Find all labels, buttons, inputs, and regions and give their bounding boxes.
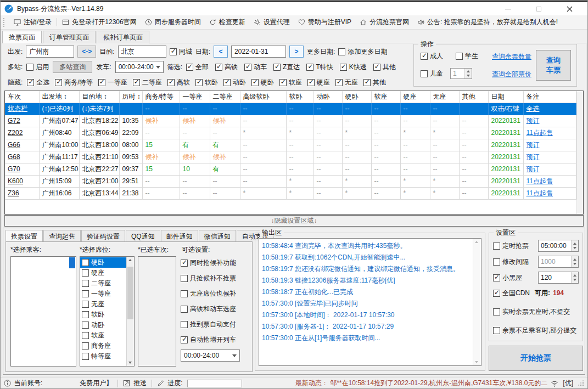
checkbox[interactable] [181,321,188,328]
grab-option-checkbox[interactable]: 抢到票自动支付 [181,320,236,329]
checkbox[interactable] [493,327,500,334]
output-scrollbar[interactable] [473,239,481,365]
checkbox[interactable] [181,290,188,297]
checkbox[interactable] [335,79,343,86]
toolbar-item-4[interactable]: 检查更新 [209,18,245,27]
column-header[interactable]: 硬卧 [342,91,371,103]
hide-seat-checkbox[interactable]: 硬座 [307,78,330,87]
checkbox[interactable] [306,64,313,71]
toolbar-item-2[interactable]: 免登录打开12306官网 [62,18,136,27]
train-type-checkbox[interactable]: 全部 [186,63,209,72]
booking-link[interactable]: 11点起售 [523,175,576,187]
swap-stations-button[interactable]: <-> [77,46,96,58]
push-label[interactable]: 推送 [133,379,147,388]
table-scrollbar[interactable] [576,91,583,214]
checkbox[interactable] [82,269,89,277]
seat-option[interactable]: 二等座 [80,278,126,289]
column-header[interactable]: 商务/特等 [142,91,180,103]
checkbox[interactable] [82,280,89,287]
checkbox[interactable] [338,48,345,55]
toolbar-grip[interactable] [3,18,5,27]
train-number-link[interactable]: G66 [5,139,39,151]
booking-link[interactable]: 预订 [523,163,576,175]
column-header[interactable]: 日期 [488,91,523,103]
hide-seat-checkbox[interactable]: 软座 [279,78,302,87]
checkbox[interactable] [493,308,500,315]
hide-seat-checkbox[interactable]: 高软 [167,78,190,87]
column-header[interactable]: 动卧 [313,91,342,103]
checkbox[interactable] [373,64,380,71]
checkbox[interactable] [223,79,231,86]
prev-date-button[interactable]: < [214,46,228,58]
start-grabbing-button[interactable]: 开始抢票 [489,346,583,371]
hide-seat-checkbox[interactable]: 其他 [363,78,386,87]
column-header[interactable]: 高级软卧 [240,91,286,103]
checkbox[interactable] [279,79,287,86]
booking-link[interactable]: 11点起售 [523,187,576,199]
maximize-button[interactable] [533,4,544,14]
cdn-checkbox[interactable]: 全国CDN [493,289,530,298]
settings-tab-6[interactable]: 微信通知 [199,230,236,241]
checkbox[interactable] [195,79,203,86]
toolbar-item-8[interactable]: 公告: 抢票靠的是坚持，放弃就是给别人机会! [417,18,558,27]
query-remaining-tickets-link[interactable]: 查询余票数量 [492,52,531,61]
checkbox[interactable] [307,79,315,86]
train-type-checkbox[interactable]: 动车 [244,63,267,72]
column-header[interactable]: 其他 [459,91,488,103]
checkbox[interactable] [181,260,188,267]
same-city-checkbox[interactable]: 同城 [170,47,192,57]
main-tab-3[interactable]: 候补订单页面 [97,31,149,43]
depart-time-select[interactable]: 00:00-24:00 [115,61,164,73]
checkbox[interactable] [82,332,89,339]
passenger-listbox[interactable] [10,256,76,367]
train-type-checkbox[interactable]: T特快 [306,63,333,72]
checkbox[interactable] [133,79,140,86]
grab-option-checkbox[interactable]: 同时抢候补功能 [181,258,236,268]
setting-checkbox[interactable]: 小黑屋 [493,273,538,283]
column-header[interactable]: 硬座 [400,91,430,103]
toolbar-item-1[interactable]: 注销/登录 [14,18,52,27]
train-type-checkbox[interactable]: 其他 [373,63,396,72]
seat-option[interactable]: 软卧 [80,309,126,320]
checkbox[interactable] [493,243,500,250]
setting-checkbox[interactable]: 实时余票无座时,不提交 [493,307,570,317]
train-type-checkbox[interactable]: Z直达 [273,63,300,72]
scroll-down-icon[interactable] [475,361,478,363]
minimize-button[interactable] [502,4,513,14]
checkbox[interactable] [215,64,222,71]
grab-option-checkbox[interactable]: 无座席位也候补 [181,289,236,298]
status-row[interactable]: 状态栏(↑)已选0列(↓)未选7列--------------------双击/… [5,103,576,115]
seat-option[interactable]: 硬卧 [80,257,126,268]
scrollbar-thumb[interactable] [127,267,133,319]
scroll-up-icon[interactable] [128,259,132,261]
hide-seat-checkbox[interactable]: 无座 [335,78,358,87]
column-header[interactable]: 软卧 [286,91,313,103]
checkbox[interactable] [456,53,463,60]
column-header[interactable]: 备注 [523,91,576,103]
stepper-arrows[interactable] [571,272,578,283]
add-more-dates-checkbox[interactable]: 添加更多日期 [338,47,387,57]
checkbox[interactable] [181,336,188,343]
booking-link[interactable]: 预订 [523,151,576,163]
hide-seat-checkbox[interactable]: 动卧 [223,78,246,87]
hide-settings-divider[interactable]: ↓隐藏设置区域↓ [4,215,584,227]
main-tab-2[interactable]: 订单管理页面 [43,31,96,43]
resize-grip[interactable] [579,381,584,386]
column-header[interactable]: 车次 [5,91,39,103]
multi-station-enable-checkbox[interactable]: 启用 [26,63,49,72]
settings-tab-3[interactable]: 验证码设置 [81,230,125,241]
checkbox[interactable] [493,290,500,297]
train-row[interactable]: G72广州南07:47北京西18:2210:35候补候补候补----------… [5,115,576,127]
checkbox[interactable] [27,79,34,86]
seat-option[interactable]: 软座 [80,330,126,341]
setting-checkbox[interactable]: 修改间隔 [493,257,538,267]
column-header[interactable]: 出发地 ↕ [39,91,79,103]
hide-seat-checkbox[interactable]: 软卧 [195,78,218,87]
selected-trains-listbox[interactable] [138,256,176,367]
seat-option[interactable]: 特等座 [80,351,126,362]
train-row[interactable]: K600广州15:09北京西21:0029:51--------*--*--**… [5,175,576,187]
scroll-up-icon[interactable] [475,241,478,243]
checkbox[interactable] [167,79,175,86]
settings-tab-1[interactable]: 抢票设置 [5,230,43,241]
train-number-link[interactable]: G72 [5,115,39,127]
